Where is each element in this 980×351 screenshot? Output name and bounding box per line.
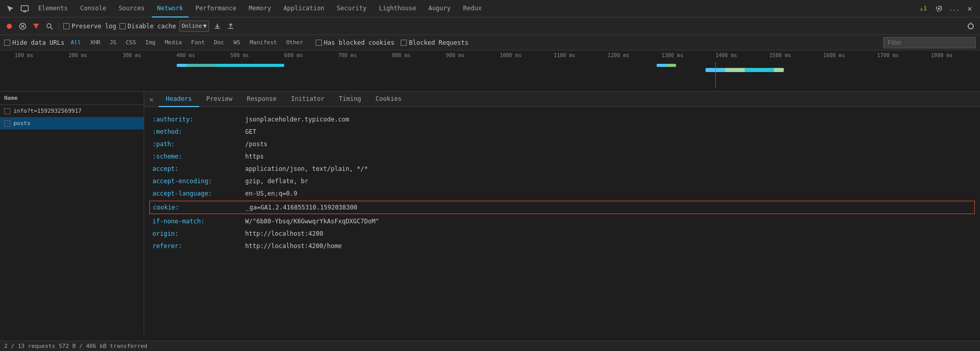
filter-type-media[interactable]: Media	[162, 38, 185, 47]
nav-security[interactable]: Security	[332, 0, 372, 17]
timeline: 100 ms200 ms300 ms400 ms500 ms600 ms700 …	[0, 50, 980, 92]
header-value: GET	[245, 127, 256, 136]
filter-type-css[interactable]: CSS	[123, 38, 139, 47]
filter-type-doc[interactable]: Doc	[211, 38, 228, 47]
network-row[interactable]: posts	[0, 117, 144, 130]
header-key: :path:	[152, 139, 245, 149]
nav-sources[interactable]: Sources	[113, 0, 150, 17]
right-panel: ✕ Headers Preview Response Initiator Tim…	[144, 92, 980, 336]
header-key: if-none-match:	[152, 217, 245, 226]
tab-cookies[interactable]: Cookies	[368, 92, 409, 107]
record-button[interactable]	[4, 21, 14, 31]
header-value: https	[245, 152, 264, 161]
nav-redux[interactable]: Redux	[458, 0, 487, 17]
header-value: http://localhost:4200/home	[245, 241, 342, 251]
header-key: accept:	[152, 164, 245, 173]
header-row: :method: GET	[152, 126, 972, 138]
more-icon[interactable]: ...	[948, 3, 960, 15]
row-checkbox	[4, 108, 10, 114]
header-key: referer:	[152, 241, 245, 251]
header-value: jsonplaceholder.typicode.com	[245, 115, 349, 124]
nav-memory[interactable]: Memory	[244, 0, 276, 17]
disable-cache-checkbox[interactable]: Disable cache	[119, 23, 176, 30]
header-value: http://localhost:4200	[245, 229, 323, 238]
tabs-bar: ✕ Headers Preview Response Initiator Tim…	[144, 92, 980, 107]
row-name: posts	[13, 120, 30, 127]
header-key: :authority:	[152, 115, 245, 124]
tab-timing[interactable]: Timing	[332, 92, 368, 107]
header-key: :method:	[152, 127, 245, 136]
hide-data-urls-label: Hide data URLs	[12, 39, 64, 46]
header-row: referer: http://localhost:4200/home	[152, 240, 972, 252]
header-key: accept-language:	[152, 189, 245, 198]
nav-elements[interactable]: Elements	[33, 0, 73, 17]
svg-point-3	[7, 24, 12, 29]
timeline-label: 300 ms	[123, 52, 141, 58]
warning-badge[interactable]: ⚠ 1	[917, 3, 930, 15]
timeline-label: 1000 ms	[500, 52, 522, 58]
settings-icon[interactable]	[933, 3, 945, 15]
filter-type-other[interactable]: Other	[283, 38, 306, 47]
header-row: if-none-match: W/"6b80-Ybsq/K6GwwqrYkAsF…	[152, 215, 972, 227]
header-row: :scheme: https	[152, 150, 972, 163]
filter-type-xhr[interactable]: XHR	[87, 38, 104, 47]
header-value: application/json, text/plain, */*	[245, 164, 368, 173]
status-bar: 2 / 13 requests 572 B / 406 kB transferr…	[0, 341, 980, 351]
nav-lighthouse[interactable]: Lighthouse	[374, 0, 421, 17]
filter-input[interactable]	[883, 37, 976, 48]
timeline-label: 1500 ms	[769, 52, 791, 58]
timeline-label: 1700 ms	[877, 52, 899, 58]
tab-headers[interactable]: Headers	[159, 92, 199, 107]
toolbar: Preserve log Disable cache Online ▼	[0, 17, 980, 35]
export-har-button[interactable]	[226, 21, 236, 31]
nav-console[interactable]: Console	[75, 0, 112, 17]
nav-application[interactable]: Application	[278, 0, 329, 17]
header-value: W/"6b80-Ybsq/K6GwwqrYkAsFxqDXGC7DoM"	[245, 217, 379, 226]
filter-type-manifest[interactable]: Manifest	[247, 38, 280, 47]
preserve-log-checkbox[interactable]: Preserve log	[63, 23, 116, 30]
network-settings-icon[interactable]	[966, 21, 976, 31]
blocked-requests-check	[401, 40, 407, 46]
tab-preview[interactable]: Preview	[199, 92, 240, 107]
hide-data-urls-checkbox[interactable]: Hide data URLs	[4, 39, 64, 46]
blocked-requests-checkbox[interactable]: Blocked Requests	[401, 39, 469, 46]
nav-performance[interactable]: Performance	[191, 0, 242, 17]
main-content: Name info?t=1592932569917 posts ✕ Header…	[0, 92, 980, 336]
headers-content: :authority: jsonplaceholder.typicode.com…	[144, 107, 980, 258]
throttle-select[interactable]: Online ▼	[179, 21, 209, 32]
header-row: accept-encoding: gzip, deflate, br	[152, 175, 972, 187]
timeline-bars	[0, 62, 980, 87]
clear-button[interactable]	[18, 21, 28, 31]
screen-icon[interactable]	[19, 3, 31, 15]
header-key: :scheme:	[152, 152, 245, 161]
filter-type-all[interactable]: All	[67, 38, 84, 47]
network-row[interactable]: info?t=1592932569917	[0, 105, 144, 117]
cursor-icon[interactable]	[4, 3, 16, 15]
close-panel-button[interactable]: ✕	[146, 94, 157, 104]
row-name: info?t=1592932569917	[13, 108, 81, 114]
nav-network[interactable]: Network	[152, 0, 188, 17]
filter-type-js[interactable]: JS	[107, 38, 119, 47]
search-button[interactable]	[44, 21, 55, 31]
nav-augury[interactable]: Augury	[423, 0, 456, 17]
tab-initiator[interactable]: Initiator	[284, 92, 332, 107]
tab-response[interactable]: Response	[239, 92, 284, 107]
timeline-label: 500 ms	[230, 52, 249, 58]
filter-bar: Hide data URLs All XHR JS CSS Img Media …	[0, 35, 980, 50]
disable-cache-check	[119, 23, 126, 29]
header-row: origin: http://localhost:4200	[152, 227, 972, 240]
has-blocked-cookies-checkbox[interactable]: Has blocked cookies	[316, 39, 394, 46]
filter-type-img[interactable]: Img	[142, 38, 159, 47]
timeline-label: 1200 ms	[608, 52, 629, 58]
close-icon[interactable]: ✕	[964, 3, 976, 15]
filter-type-font[interactable]: Font	[188, 38, 208, 47]
filter-type-ws[interactable]: WS	[230, 38, 243, 47]
blocked-requests-label: Blocked Requests	[409, 39, 469, 46]
header-value: gzip, deflate, br	[245, 177, 308, 186]
filter-icon[interactable]	[31, 21, 41, 31]
timeline-label: 200 ms	[68, 52, 87, 58]
import-har-button[interactable]	[212, 21, 222, 31]
timeline-labels: 100 ms200 ms300 ms400 ms500 ms600 ms700 …	[0, 52, 980, 61]
preserve-log-check	[63, 23, 70, 29]
timeline-label: 600 ms	[284, 52, 303, 58]
